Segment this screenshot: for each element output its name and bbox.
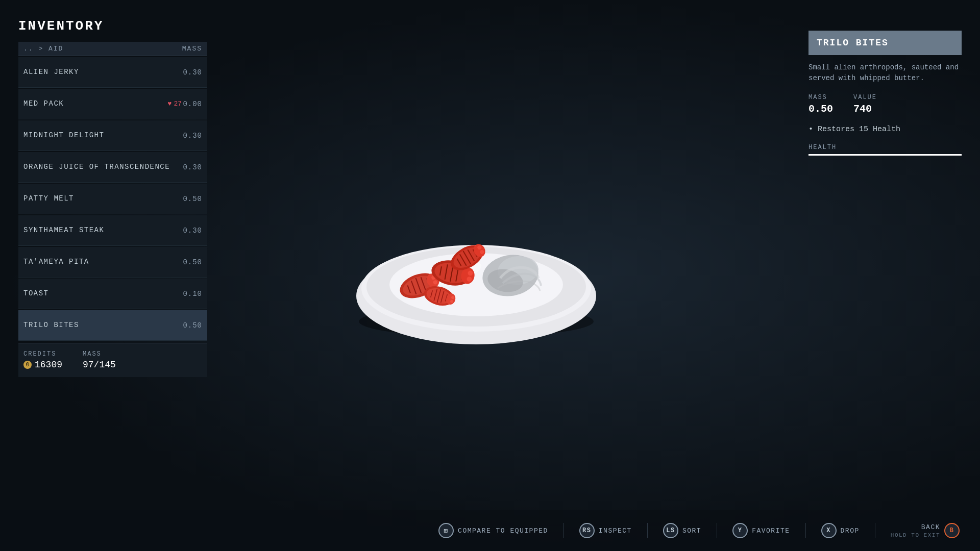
item-description: Small alien arthropods, sauteed and serv… — [808, 62, 962, 84]
list-item[interactable]: ALIEN JERKY 0.30 — [18, 57, 207, 88]
back-control[interactable]: BACK HOLD TO EXIT B — [891, 523, 960, 538]
value-stat: VALUE 740 — [853, 94, 877, 115]
favorite-control[interactable]: Y FAVORITE — [732, 523, 790, 538]
inventory-panel: INVENTORY .. > AID MASS ALIEN JERKY 0.30… — [18, 18, 207, 377]
effect-item: Restores 15 Health — [808, 125, 962, 134]
credits-value: © 16309 — [23, 360, 62, 370]
item-image — [345, 158, 610, 352]
mass-column-header: MASS — [182, 45, 202, 53]
sort-control[interactable]: LS SORT — [663, 523, 701, 538]
sort-button-icon: LS — [663, 523, 678, 538]
health-bar-section: HEALTH — [808, 144, 962, 156]
divider — [805, 523, 806, 538]
list-item[interactable]: MED PACK ♥ 27 0.00 — [18, 89, 207, 119]
mass-stat-value: 0.50 — [808, 103, 833, 115]
back-label: BACK — [921, 523, 940, 531]
mass-value: 97/145 — [83, 360, 116, 370]
favorite-button-icon: Y — [732, 523, 748, 538]
compare-label: COMPARE TO EQUIPPED — [458, 527, 548, 535]
list-item[interactable]: TA'AMEYA PITA 0.50 — [18, 247, 207, 278]
mass-stat: MASS 0.50 — [808, 94, 833, 115]
drop-button-icon: X — [821, 523, 837, 538]
bottom-controls-bar: ⊞ COMPARE TO EQUIPPED RS INSPECT LS SORT… — [0, 510, 980, 551]
inspect-label: INSPECT — [599, 527, 632, 535]
divider — [717, 523, 717, 538]
divider — [564, 523, 564, 538]
credits-group: CREDITS © 16309 — [23, 350, 62, 370]
mass-group: MASS 97/145 — [83, 350, 116, 370]
compare-control[interactable]: ⊞ COMPARE TO EQUIPPED — [438, 523, 548, 538]
item-effects: Restores 15 Health — [808, 125, 962, 134]
breadcrumb: .. > AID — [23, 45, 63, 53]
list-item[interactable]: SYNTHAMEAT STEAK 0.30 — [18, 215, 207, 246]
compare-button-icon: ⊞ — [438, 523, 454, 538]
item-preview-area — [230, 0, 725, 510]
health-bar — [808, 154, 962, 156]
item-detail-panel: TRILO BITES Small alien arthropods, saut… — [808, 31, 962, 156]
inspect-button-icon: RS — [579, 523, 595, 538]
med-pack-badge: ♥ 27 — [168, 100, 182, 108]
back-section: BACK HOLD TO EXIT — [891, 523, 940, 538]
mass-label: MASS — [83, 350, 116, 358]
divider — [647, 523, 648, 538]
divider — [875, 523, 875, 538]
list-item[interactable]: PATTY MELT 0.50 — [18, 184, 207, 214]
back-button-icon: B — [944, 523, 960, 538]
inspect-control[interactable]: RS INSPECT — [579, 523, 632, 538]
item-stats: MASS 0.50 VALUE 740 — [808, 94, 962, 115]
table-header: .. > AID MASS — [18, 42, 207, 56]
inventory-title: INVENTORY — [18, 18, 207, 34]
favorite-label: FAVORITE — [752, 527, 790, 535]
health-bar-fill — [808, 154, 962, 156]
drop-control[interactable]: X DROP — [821, 523, 860, 538]
back-sublabel: HOLD TO EXIT — [891, 532, 940, 538]
sort-label: SORT — [682, 527, 701, 535]
inventory-footer: CREDITS © 16309 MASS 97/145 — [18, 343, 207, 377]
mass-stat-label: MASS — [808, 94, 833, 101]
list-item[interactable]: TOAST 0.10 — [18, 279, 207, 309]
inventory-list: ALIEN JERKY 0.30 MED PACK ♥ 27 0.00 MIDN… — [18, 57, 207, 341]
list-item[interactable]: MIDNIGHT DELIGHT 0.30 — [18, 120, 207, 151]
value-stat-label: VALUE — [853, 94, 877, 101]
item-detail-header: TRILO BITES — [808, 31, 962, 55]
credits-icon: © — [23, 361, 32, 369]
item-3d-view — [345, 158, 610, 352]
value-stat-value: 740 — [853, 103, 877, 115]
list-item-selected[interactable]: TRILO BITES 0.50 — [18, 310, 207, 341]
drop-label: DROP — [841, 527, 860, 535]
list-item[interactable]: ORANGE JUICE OF TRANSCENDENCE 0.30 — [18, 152, 207, 183]
credits-label: CREDITS — [23, 350, 62, 358]
item-name: TRILO BITES — [817, 38, 953, 48]
heart-icon: ♥ — [168, 100, 172, 108]
health-label: HEALTH — [808, 144, 962, 151]
